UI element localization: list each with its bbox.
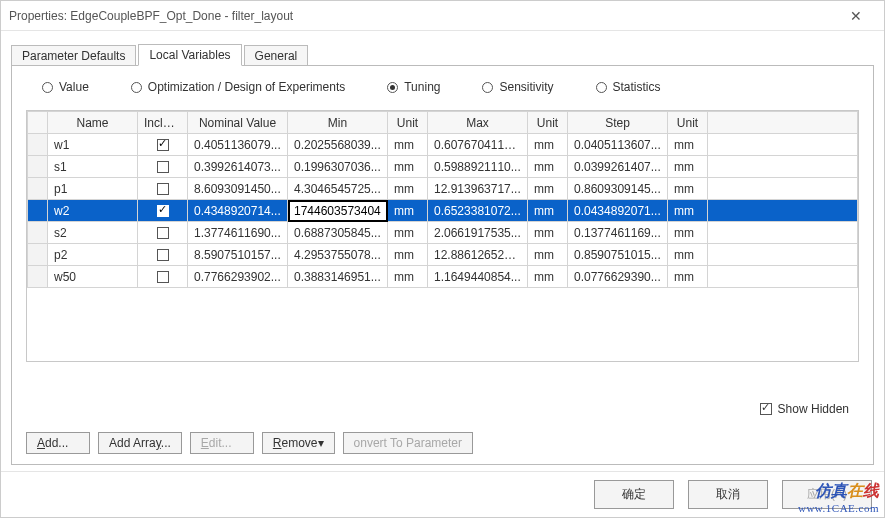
cell-step[interactable]: 0.0434892071... <box>568 200 668 222</box>
cell-max[interactable]: 0.5988921110... <box>428 156 528 178</box>
cell-unit[interactable]: mm <box>388 156 428 178</box>
cell-name[interactable]: p1 <box>48 178 138 200</box>
cell-step[interactable]: 0.0776629390... <box>568 266 668 288</box>
cell-step[interactable]: 0.0399261407... <box>568 156 668 178</box>
table-row[interactable]: p18.6093091450...4.3046545725...mm12.913… <box>28 178 858 200</box>
remove-button[interactable]: Remove▾ <box>262 432 335 454</box>
cell-step[interactable]: 0.0405113607... <box>568 134 668 156</box>
include-checkbox[interactable] <box>157 227 169 239</box>
convert-to-parameter-button[interactable]: onvert To Parameter <box>343 432 474 454</box>
cell-unit[interactable]: mm <box>528 266 568 288</box>
row-handle[interactable] <box>28 134 48 156</box>
col-header[interactable]: Unit <box>528 112 568 134</box>
cell-unit[interactable]: mm <box>528 222 568 244</box>
cell-name[interactable]: p2 <box>48 244 138 266</box>
table-row[interactable]: s10.3992614073...0.1996307036...mm0.5988… <box>28 156 858 178</box>
cell-nominal[interactable]: 8.6093091450... <box>188 178 288 200</box>
row-handle[interactable] <box>28 222 48 244</box>
col-header[interactable]: Unit <box>668 112 708 134</box>
row-handle[interactable] <box>28 200 48 222</box>
cell-nominal[interactable]: 0.4051136079... <box>188 134 288 156</box>
cell-unit[interactable]: mm <box>388 178 428 200</box>
cell-unit[interactable]: mm <box>388 244 428 266</box>
cell-max[interactable]: 12.88612652367 <box>428 244 528 266</box>
cell-max[interactable]: 12.913963717... <box>428 178 528 200</box>
cell-max[interactable]: 0.607670411921 <box>428 134 528 156</box>
ok-button[interactable]: 确定 <box>594 480 674 509</box>
cell-step[interactable]: 0.8609309145... <box>568 178 668 200</box>
table-row[interactable]: w20.4348920714...1744603573404mm0.652338… <box>28 200 858 222</box>
cell-unit[interactable]: mm <box>668 178 708 200</box>
include-checkbox[interactable] <box>157 161 169 173</box>
variables-table-container[interactable]: NameIncludeNominal ValueMinUnitMaxUnitSt… <box>26 110 859 362</box>
cell-name[interactable]: w1 <box>48 134 138 156</box>
cell-unit[interactable]: mm <box>668 156 708 178</box>
table-row[interactable]: w500.7766293902...0.3883146951...mm1.164… <box>28 266 858 288</box>
include-checkbox[interactable] <box>157 183 169 195</box>
include-checkbox[interactable] <box>157 205 169 217</box>
table-row[interactable]: w10.4051136079...0.2025568039...mm0.6076… <box>28 134 858 156</box>
cell-include[interactable] <box>138 200 188 222</box>
cell-unit[interactable]: mm <box>528 178 568 200</box>
show-hidden-checkbox[interactable]: Show Hidden <box>760 402 849 416</box>
cell-nominal[interactable]: 8.5907510157... <box>188 244 288 266</box>
cell-min[interactable]: 4.2953755078... <box>288 244 388 266</box>
radio-optimization[interactable]: Optimization / Design of Experiments <box>131 80 345 94</box>
row-handle[interactable] <box>28 244 48 266</box>
cell-unit[interactable]: mm <box>668 222 708 244</box>
cell-unit[interactable]: mm <box>388 222 428 244</box>
col-header[interactable]: Include <box>138 112 188 134</box>
cell-step[interactable]: 0.8590751015... <box>568 244 668 266</box>
table-row[interactable]: s21.3774611690...0.6887305845...mm2.0661… <box>28 222 858 244</box>
radio-value[interactable]: Value <box>42 80 89 94</box>
cell-unit[interactable]: mm <box>388 134 428 156</box>
close-icon[interactable]: ✕ <box>836 8 876 24</box>
cell-unit[interactable]: mm <box>528 200 568 222</box>
cell-nominal[interactable]: 1.3774611690... <box>188 222 288 244</box>
cell-unit[interactable]: mm <box>528 244 568 266</box>
radio-statistics[interactable]: Statistics <box>596 80 661 94</box>
cell-unit[interactable]: mm <box>668 134 708 156</box>
cell-unit[interactable]: mm <box>388 266 428 288</box>
cell-unit[interactable]: mm <box>528 134 568 156</box>
col-header[interactable]: Name <box>48 112 138 134</box>
cell-unit[interactable]: mm <box>528 156 568 178</box>
cell-include[interactable] <box>138 222 188 244</box>
col-header[interactable] <box>28 112 48 134</box>
col-header[interactable]: Nominal Value <box>188 112 288 134</box>
cancel-button[interactable]: 取消 <box>688 480 768 509</box>
cell-unit[interactable]: mm <box>668 200 708 222</box>
cell-include[interactable] <box>138 178 188 200</box>
cell-nominal[interactable]: 0.3992614073... <box>188 156 288 178</box>
cell-max[interactable]: 0.6523381072... <box>428 200 528 222</box>
col-header[interactable]: Min <box>288 112 388 134</box>
radio-tuning[interactable]: Tuning <box>387 80 440 94</box>
row-handle[interactable] <box>28 178 48 200</box>
col-header[interactable]: Max <box>428 112 528 134</box>
cell-include[interactable] <box>138 266 188 288</box>
cell-min[interactable]: 0.3883146951... <box>288 266 388 288</box>
cell-max[interactable]: 1.1649440854... <box>428 266 528 288</box>
col-header[interactable]: Unit <box>388 112 428 134</box>
row-handle[interactable] <box>28 156 48 178</box>
include-checkbox[interactable] <box>157 249 169 261</box>
cell-min[interactable]: 0.6887305845... <box>288 222 388 244</box>
cell-include[interactable] <box>138 134 188 156</box>
cell-nominal[interactable]: 0.7766293902... <box>188 266 288 288</box>
radio-sensitivity[interactable]: Sensitivity <box>482 80 553 94</box>
cell-include[interactable] <box>138 244 188 266</box>
cell-min[interactable]: 1744603573404 <box>288 200 388 222</box>
add-array-button[interactable]: Add Array... <box>98 432 182 454</box>
apply-button[interactable]: 应用(A) <box>782 480 872 509</box>
cell-name[interactable]: s2 <box>48 222 138 244</box>
tab-general[interactable]: General <box>244 45 309 66</box>
include-checkbox[interactable] <box>157 139 169 151</box>
cell-unit[interactable]: mm <box>668 244 708 266</box>
cell-name[interactable]: w2 <box>48 200 138 222</box>
cell-include[interactable] <box>138 156 188 178</box>
edit-button[interactable]: Edit... <box>190 432 254 454</box>
cell-min[interactable]: 4.3046545725... <box>288 178 388 200</box>
cell-min[interactable]: 0.1996307036... <box>288 156 388 178</box>
cell-name[interactable]: w50 <box>48 266 138 288</box>
cell-unit[interactable]: mm <box>388 200 428 222</box>
